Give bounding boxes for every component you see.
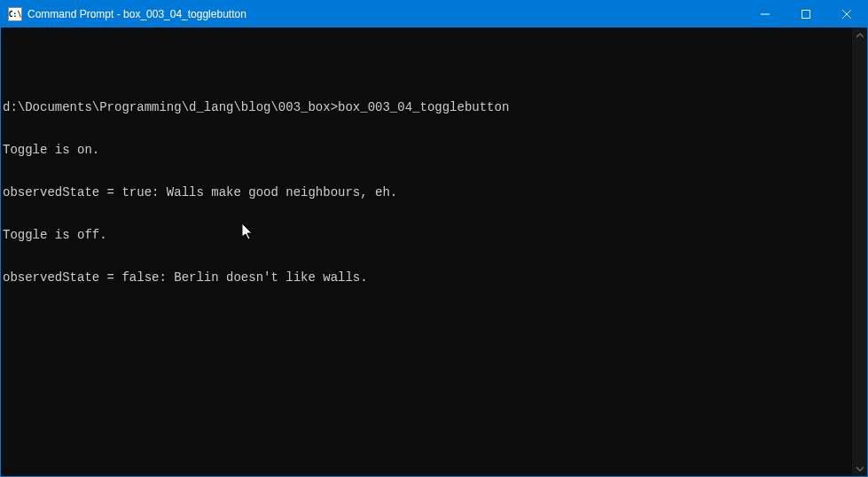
maximize-icon [802, 10, 810, 19]
svg-rect-1 [802, 11, 810, 19]
titlebar[interactable]: C:\ Command Prompt - box_003_04_togglebu… [1, 1, 867, 27]
client-area: d:\Documents\Programming\d_lang\blog\003… [1, 27, 867, 476]
terminal-line: observedState = true: Walls make good ne… [3, 185, 852, 199]
app-icon-label: C:\ [9, 11, 21, 19]
command: box_003_04_togglebutton [338, 100, 509, 114]
terminal-output[interactable]: d:\Documents\Programming\d_lang\blog\003… [1, 27, 852, 476]
terminal-line: d:\Documents\Programming\d_lang\blog\003… [3, 100, 852, 114]
scrollbar-down-button[interactable] [852, 461, 867, 476]
minimize-icon [761, 10, 770, 19]
vertical-scrollbar[interactable] [852, 27, 867, 476]
scrollbar-track[interactable] [852, 43, 867, 461]
prompt: d:\Documents\Programming\d_lang\blog\003… [3, 100, 338, 114]
close-button[interactable] [826, 1, 867, 27]
terminal-line [3, 58, 852, 72]
scrollbar-up-button[interactable] [852, 27, 867, 43]
maximize-button[interactable] [786, 1, 826, 27]
terminal-line: Toggle is off. [3, 228, 852, 242]
minimize-button[interactable] [745, 1, 786, 27]
terminal-line: observedState = false: Berlin doesn't li… [3, 270, 852, 285]
app-icon: C:\ [8, 7, 22, 21]
chevron-up-icon [856, 32, 864, 39]
window-controls [745, 1, 867, 27]
close-icon [842, 10, 851, 19]
window-title: Command Prompt - box_003_04_togglebutton [27, 8, 745, 20]
terminal-line: Toggle is on. [3, 143, 852, 157]
chevron-down-icon [856, 465, 864, 473]
command-prompt-window: C:\ Command Prompt - box_003_04_togglebu… [0, 0, 868, 477]
